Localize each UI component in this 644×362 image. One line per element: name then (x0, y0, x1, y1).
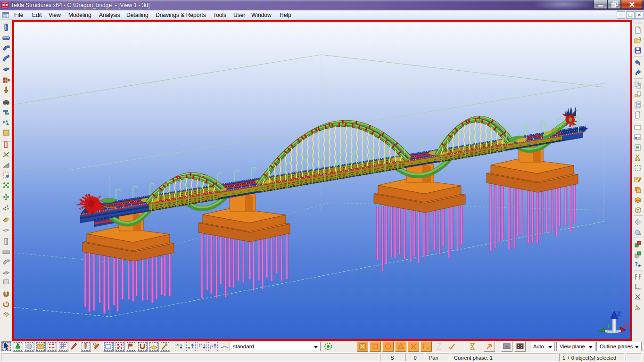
svg-text:?: ? (635, 261, 638, 267)
svg-text:Z: Z (617, 310, 621, 318)
